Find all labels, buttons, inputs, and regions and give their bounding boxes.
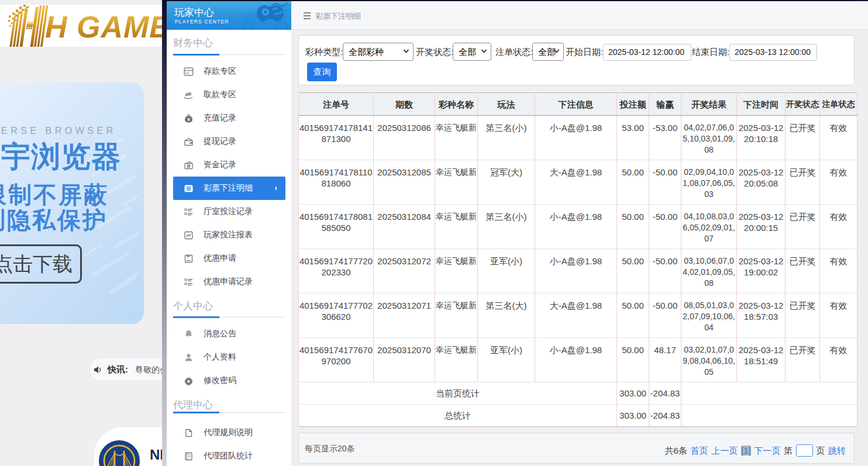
- svg-text:H GAME: H GAME: [45, 10, 162, 44]
